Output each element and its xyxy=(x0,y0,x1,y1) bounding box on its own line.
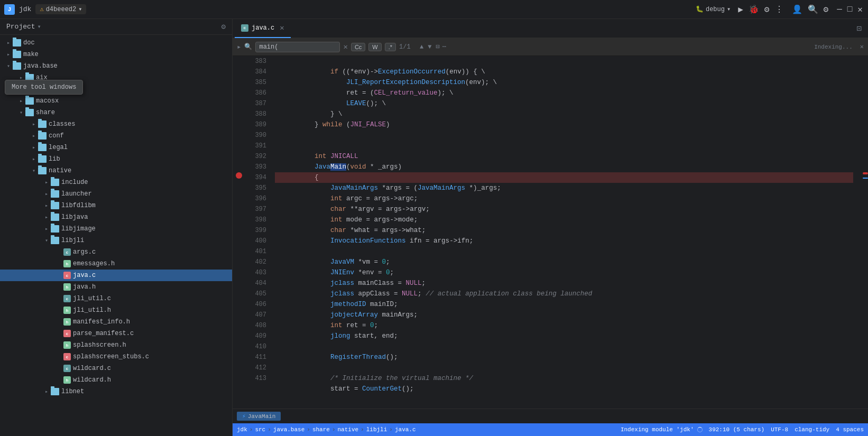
sidebar-settings-icon[interactable]: ⚙ xyxy=(221,22,226,31)
breadcrumb-jdk[interactable]: jdk xyxy=(237,426,247,433)
title-bar: J jdk ⚠ d4beeed2 ▾ 🐛 debug ▾ ▶ 🐞 ⚙ ⋮ 👤 🔍… xyxy=(0,0,868,19)
minimize-button[interactable]: — xyxy=(836,4,843,15)
run-button[interactable]: ▶ xyxy=(737,3,744,16)
tree-item-java-h[interactable]: h java.h xyxy=(0,281,232,293)
user-icon[interactable]: 👤 xyxy=(791,3,804,16)
tree-item-make[interactable]: make xyxy=(0,49,232,60)
tree-item-java-base[interactable]: java.base xyxy=(0,60,232,72)
breadcrumb-libjli[interactable]: libjli xyxy=(366,426,387,433)
status-position[interactable]: 392:10 (5 chars) xyxy=(709,426,765,433)
tree-item-native[interactable]: native xyxy=(0,165,232,177)
search-filter-button[interactable]: ⊟ xyxy=(434,42,441,51)
tree-item-include[interactable]: include xyxy=(0,177,232,188)
tree-item-jli-util-c[interactable]: c jli_util.c xyxy=(0,293,232,304)
code-editor[interactable]: 383 384 385 386 387 388 389 390 391 392 … xyxy=(233,56,868,409)
more-actions-button[interactable]: ⋮ xyxy=(774,3,784,16)
search-bar: ▸ 🔍 ✕ Cc W .* 1/1 ▲ ▼ ⊟ ⋯ Indexing... ✕ xyxy=(233,38,868,56)
tree-item-splashscreen-h[interactable]: h splashscreen.h xyxy=(0,339,232,351)
breadcrumb-native[interactable]: native xyxy=(338,426,359,433)
code-line-396: char **argv = args->argv; xyxy=(275,193,853,204)
javamain-tab[interactable]: ⚡ JavaMain xyxy=(237,412,281,421)
tree-label-classes: classes xyxy=(49,120,75,128)
breadcrumb-src[interactable]: src xyxy=(255,426,265,433)
tree-item-jli-util-h[interactable]: h jli_util.h xyxy=(0,304,232,316)
tree-label-macosx: macosx xyxy=(36,97,59,105)
file-icon-splashscreen-h: h xyxy=(63,341,71,349)
code-line-403: jclass mainClass = NULL; xyxy=(275,267,853,278)
search-regex-button[interactable]: .* xyxy=(385,43,396,51)
search-whole-word-button[interactable]: W xyxy=(368,43,381,51)
breadcrumb-java-base[interactable]: java.base xyxy=(273,426,304,433)
maximize-button[interactable]: □ xyxy=(846,4,854,15)
tree-item-emessages-h[interactable]: h emessages.h xyxy=(0,258,232,270)
tree-item-wildcard-c[interactable]: c wildcard.c xyxy=(0,363,232,374)
code-content: if ((*env)->ExceptionOccurred(env)) { \ … xyxy=(271,56,862,409)
search-input[interactable] xyxy=(255,42,340,52)
settings-icon[interactable]: ⚙ xyxy=(823,3,830,16)
tree-arrow-classes xyxy=(30,120,38,128)
debug-config[interactable]: 🐛 debug ▾ xyxy=(696,5,731,13)
tree-arrow-libnet xyxy=(42,387,51,396)
search-match-count: 1/1 xyxy=(399,43,415,51)
folder-icon-legal xyxy=(38,144,47,151)
search-next-button[interactable]: ▼ xyxy=(426,43,433,51)
tree-item-manifest-info-h[interactable]: h manifest_info.h xyxy=(0,316,232,328)
code-line-407: int ret = 0; xyxy=(275,310,853,320)
tab-java-c[interactable]: c java.c ✕ xyxy=(235,19,291,38)
branch-selector[interactable]: ⚠ d4beeed2 ▾ xyxy=(35,4,86,14)
search-match-case-button[interactable]: Cc xyxy=(351,43,365,51)
tree-item-splashscreen-stubs-c[interactable]: c splashscreen_stubs.c xyxy=(0,351,232,363)
code-line-410: RegisterThread(); xyxy=(275,341,853,352)
tree-label-libjava: libjava xyxy=(61,214,88,221)
line-num-393: 393 xyxy=(245,162,266,172)
tree-item-libfdlibm[interactable]: libfdlibm xyxy=(0,200,232,211)
file-icon-emessages-h: h xyxy=(63,260,71,267)
tree-label-launcher: launcher xyxy=(61,190,92,198)
tooltip-more-tool-windows: More tool windows xyxy=(5,80,83,95)
tree-arrow-libfdlibm xyxy=(42,201,51,210)
tree-item-libjava[interactable]: libjava xyxy=(0,211,232,223)
folder-icon-java-base xyxy=(13,62,21,70)
status-encoding[interactable]: UTF-8 xyxy=(771,426,788,433)
tree-item-args-c[interactable]: c args.c xyxy=(0,246,232,258)
sidebar-title-dropdown[interactable]: ▾ xyxy=(38,23,41,31)
search-clear-icon[interactable]: ✕ xyxy=(343,42,347,51)
close-button[interactable]: ✕ xyxy=(856,3,864,16)
indexing-label: Indexing module 'jdk' xyxy=(621,426,694,433)
status-linter[interactable]: clang-tidy xyxy=(795,426,829,433)
tree-item-wildcard-h[interactable]: h wildcard.h xyxy=(0,374,232,386)
status-indent[interactable]: 4 spaces xyxy=(836,426,864,433)
code-line-408: jlong start, end; xyxy=(275,320,853,331)
tree-arrow-splashscreen-stubs-c xyxy=(55,352,63,361)
line-num-385: 385 xyxy=(245,77,266,88)
tree-item-classes[interactable]: classes xyxy=(0,118,232,130)
breadcrumb-share[interactable]: share xyxy=(312,426,330,433)
indexing-spinner xyxy=(697,427,703,432)
search-expand-icon[interactable]: ▸ xyxy=(237,42,241,51)
code-line-406: jobjectArray mainArgs; xyxy=(275,299,853,310)
tree-item-libnet[interactable]: libnet xyxy=(0,386,232,397)
breadcrumb-java-c[interactable]: java.c xyxy=(395,426,416,433)
search-everywhere-icon[interactable]: 🔍 xyxy=(807,3,819,16)
tree-item-java-c[interactable]: c java.c xyxy=(0,270,232,281)
tree-item-macosx[interactable]: macosx xyxy=(0,95,232,107)
tree-item-legal[interactable]: legal xyxy=(0,142,232,153)
editor-split-button[interactable]: ⊡ xyxy=(856,23,862,34)
search-close-button[interactable]: ✕ xyxy=(860,43,864,51)
tree-item-lib[interactable]: lib xyxy=(0,153,232,165)
tree-label-args-c: args.c xyxy=(73,248,96,256)
breakpoint-marker[interactable] xyxy=(236,172,242,179)
debug-button[interactable]: 🐞 xyxy=(747,3,760,16)
tree-item-conf[interactable]: conf xyxy=(0,130,232,142)
tree-item-launcher[interactable]: launcher xyxy=(0,188,232,200)
search-prev-button[interactable]: ▲ xyxy=(418,43,425,51)
tree-item-share[interactable]: share xyxy=(0,107,232,118)
tab-close-button[interactable]: ✕ xyxy=(280,23,284,32)
tree-item-doc[interactable]: doc xyxy=(0,37,232,49)
code-line-391: int JNICALL xyxy=(275,141,853,151)
tree-item-parse-manifest-c[interactable]: c parse_manifest.c xyxy=(0,328,232,339)
search-more-options-button[interactable]: ⋯ xyxy=(442,43,446,51)
tree-item-libjli[interactable]: libjli xyxy=(0,235,232,246)
run-config-button[interactable]: ⚙ xyxy=(763,3,771,16)
tree-item-libjimage[interactable]: libjimage xyxy=(0,223,232,235)
